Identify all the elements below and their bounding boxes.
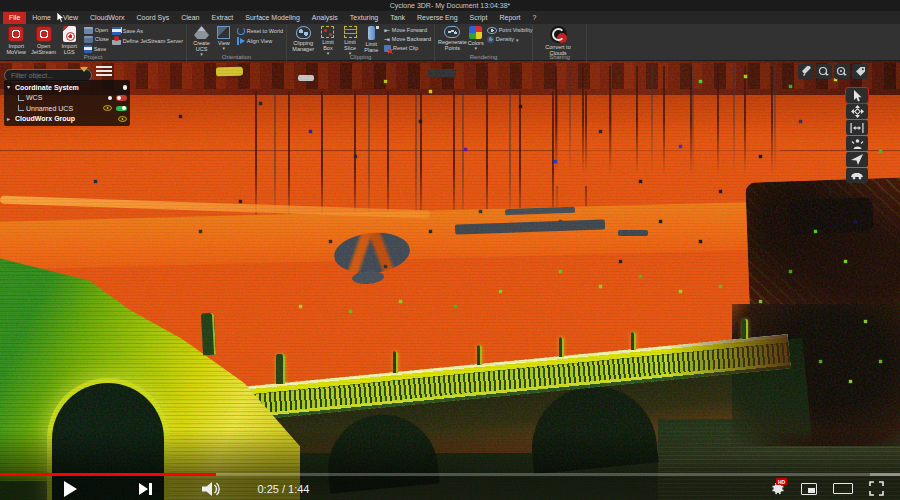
- eye-icon[interactable]: [118, 116, 127, 122]
- density-label: Density: [496, 36, 514, 43]
- pick-snap-icon: [836, 66, 848, 77]
- unnamed-ucs-visibility-toggle[interactable]: [116, 106, 127, 112]
- open-label: Open: [95, 27, 108, 34]
- import-lgs-button[interactable]: Import LGS: [58, 26, 81, 55]
- unnamed-ucs-label: Unnamed UCS: [26, 105, 73, 112]
- colors-button[interactable]: Colors ▾: [468, 26, 484, 50]
- tree-item-cloudworx-group[interactable]: ▸ CloudWorx Group: [7, 114, 127, 125]
- label-tag-button[interactable]: [852, 64, 868, 79]
- tab-help[interactable]: ?: [526, 12, 542, 24]
- volume-button[interactable]: [200, 481, 222, 497]
- progress-bar[interactable]: [0, 473, 900, 476]
- progress-buffer: [870, 473, 900, 476]
- tab-analysis[interactable]: Analysis: [306, 12, 344, 24]
- limit-plane-label: Limit Plane: [362, 41, 381, 53]
- limit-box-button[interactable]: Limit Box ▾: [317, 26, 338, 55]
- clipping-manager-icon: [296, 26, 311, 39]
- person-icon: [851, 138, 864, 150]
- tab-file[interactable]: File: [3, 12, 26, 24]
- fly-mode-button[interactable]: [846, 152, 868, 167]
- view-cube-icon: [217, 26, 230, 39]
- point-visibility-button[interactable]: Point Visibility: [487, 27, 533, 34]
- window-title: Cyclone 3DR- My Document 13:04:38*: [390, 2, 511, 9]
- pan-move-button[interactable]: [846, 104, 868, 119]
- tab-texturing[interactable]: Texturing: [344, 12, 384, 24]
- define-jetstream-server-button[interactable]: Define JetStream Server: [112, 37, 183, 45]
- move-icon: [851, 105, 864, 118]
- filter-box: [4, 64, 92, 77]
- orientation-small-buttons: Reset to World Align View: [237, 27, 283, 45]
- ribbon-group-sharing: Convert to Clouds Sharing: [533, 24, 587, 61]
- open-button[interactable]: Open: [84, 27, 109, 34]
- expander-icon[interactable]: ▾: [7, 84, 13, 90]
- define-server-label: Define JetStream Server: [123, 38, 183, 45]
- theater-mode-button[interactable]: [833, 483, 853, 494]
- tab-tank[interactable]: Tank: [384, 12, 411, 24]
- reset-clip-button[interactable]: Reset Clip: [384, 45, 431, 52]
- select-cursor-button[interactable]: [846, 88, 868, 103]
- reset-to-world-label: Reset to World: [247, 28, 283, 35]
- tab-coord-sys[interactable]: Coord Sys: [131, 12, 176, 24]
- project-small-buttons-col1: Open Close Save: [84, 27, 109, 53]
- limit-plane-button[interactable]: Limit Plane: [362, 26, 381, 53]
- width-fit-button[interactable]: [846, 120, 868, 135]
- import-moview-icon: [8, 26, 24, 42]
- save-as-label: Save As: [123, 28, 143, 35]
- pick-snap-button[interactable]: [834, 64, 850, 79]
- reset-to-world-button[interactable]: Reset to World: [237, 27, 283, 35]
- convert-to-clouds-icon: [550, 26, 567, 43]
- pick-point-icon: [818, 66, 830, 77]
- project-small-buttons-col2: Save As Define JetStream Server: [112, 27, 183, 45]
- clipping-manager-button[interactable]: Clipping Manager: [290, 26, 316, 52]
- import-moview-button[interactable]: Import MoView: [3, 26, 29, 55]
- close-button[interactable]: Close: [84, 36, 109, 43]
- next-button[interactable]: [139, 483, 152, 495]
- pick-point-button[interactable]: [816, 64, 832, 79]
- tab-home[interactable]: Home: [26, 12, 57, 24]
- move-backward-button[interactable]: ⇥ Move Backward: [384, 36, 431, 43]
- save-as-button[interactable]: Save As: [112, 27, 183, 35]
- tab-reverse-eng[interactable]: Reverse Eng: [411, 12, 463, 24]
- bulb-icon[interactable]: [123, 85, 128, 90]
- tree-item-coordinate-system[interactable]: ▾ Coordinate System: [7, 82, 127, 93]
- drive-mode-button[interactable]: [846, 168, 868, 183]
- eye-icon[interactable]: [103, 105, 112, 111]
- regenerate-points-button[interactable]: Regenerate Points: [438, 26, 467, 51]
- align-view-button[interactable]: Align View: [237, 37, 283, 45]
- tree-item-wcs[interactable]: WCS: [7, 93, 127, 104]
- play-button[interactable]: [64, 481, 77, 497]
- car-icon: [850, 171, 864, 180]
- settings-button[interactable]: HD: [770, 481, 785, 496]
- bulb-icon[interactable]: [108, 96, 113, 101]
- open-jetstream-button[interactable]: Open JetStream: [30, 26, 56, 55]
- tab-extract[interactable]: Extract: [206, 12, 240, 24]
- convert-to-clouds-button[interactable]: Convert to Clouds: [536, 26, 580, 56]
- density-button[interactable]: Density ▾: [487, 36, 533, 43]
- fullscreen-button[interactable]: [869, 481, 884, 496]
- move-forward-button[interactable]: ⇤ Move Forward: [384, 27, 431, 34]
- tree-menu-button[interactable]: [96, 65, 112, 77]
- view-button[interactable]: View ▾: [214, 26, 234, 50]
- limit-slice-button[interactable]: Limit Slice ▾: [340, 26, 361, 55]
- create-ucs-button[interactable]: Create UCS ▾: [190, 26, 213, 56]
- tab-script[interactable]: Script: [464, 12, 494, 24]
- colors-caret-icon: ▾: [474, 46, 477, 50]
- wcs-visibility-toggle[interactable]: [116, 95, 127, 101]
- tab-cloudworx[interactable]: CloudWorx: [84, 12, 131, 24]
- tab-surface-modeling[interactable]: Surface Modeling: [239, 12, 305, 24]
- tab-report[interactable]: Report: [493, 12, 526, 24]
- viewport-3d[interactable]: ▾ Coordinate System WCS Unnamed UCS ▸: [0, 61, 900, 500]
- measure-pen-button[interactable]: [798, 64, 814, 79]
- fullscreen-icon: [869, 481, 884, 496]
- tab-clean[interactable]: Clean: [175, 12, 205, 24]
- group-label-project: Project: [0, 53, 186, 61]
- regenerate-points-label: Regenerate Points: [438, 39, 467, 51]
- miniplayer-button[interactable]: [801, 483, 817, 495]
- tree-item-unnamed-ucs[interactable]: Unnamed UCS: [7, 103, 127, 114]
- rendering-small-buttons: Point Visibility Density ▾: [487, 27, 533, 43]
- save-button[interactable]: Save: [84, 45, 109, 53]
- human-view-button[interactable]: [846, 136, 868, 151]
- align-view-label: Align View: [247, 38, 273, 45]
- clipping-manager-label: Clipping Manager: [290, 40, 316, 52]
- expander-icon[interactable]: ▸: [7, 116, 13, 122]
